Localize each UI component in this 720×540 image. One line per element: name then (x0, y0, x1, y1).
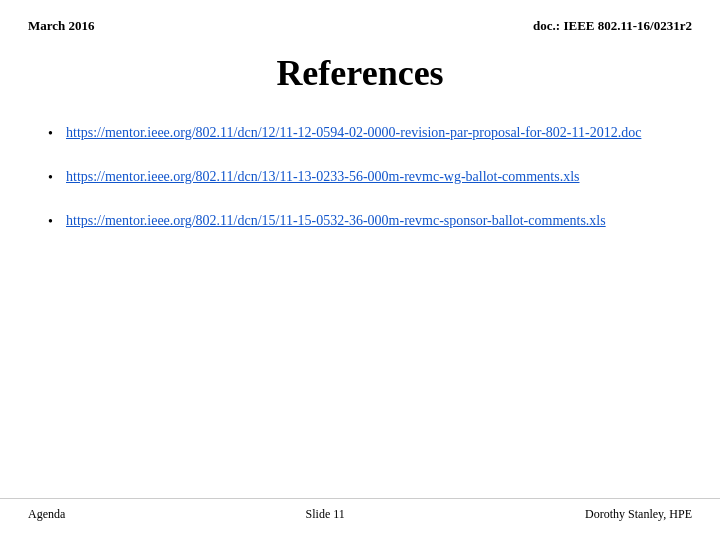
slide: March 2016 doc.: IEEE 802.11-16/0231r2 R… (0, 0, 720, 540)
footer-slide-number: Slide 11 (306, 507, 345, 522)
bullet-dot-icon: • (48, 123, 66, 144)
content-area: •https://mentor.ieee.org/802.11/dcn/12/1… (0, 122, 720, 232)
slide-title: References (0, 52, 720, 94)
slide-footer: Agenda Slide 11 Dorothy Stanley, HPE (0, 498, 720, 522)
reference-link-2[interactable]: https://mentor.ieee.org/802.11/dcn/13/11… (66, 166, 580, 187)
bullet-dot-icon: • (48, 211, 66, 232)
references-list: •https://mentor.ieee.org/802.11/dcn/12/1… (48, 122, 672, 232)
header-date: March 2016 (28, 18, 95, 34)
title-section: References (0, 52, 720, 94)
list-item: •https://mentor.ieee.org/802.11/dcn/13/1… (48, 166, 672, 188)
header-doc: doc.: IEEE 802.11-16/0231r2 (533, 18, 692, 34)
list-item: •https://mentor.ieee.org/802.11/dcn/12/1… (48, 122, 672, 144)
slide-header: March 2016 doc.: IEEE 802.11-16/0231r2 (0, 0, 720, 34)
reference-link-3[interactable]: https://mentor.ieee.org/802.11/dcn/15/11… (66, 210, 606, 231)
footer-author: Dorothy Stanley, HPE (585, 507, 692, 522)
list-item: •https://mentor.ieee.org/802.11/dcn/15/1… (48, 210, 672, 232)
reference-link-1[interactable]: https://mentor.ieee.org/802.11/dcn/12/11… (66, 122, 641, 143)
footer-agenda: Agenda (28, 507, 65, 522)
bullet-dot-icon: • (48, 167, 66, 188)
